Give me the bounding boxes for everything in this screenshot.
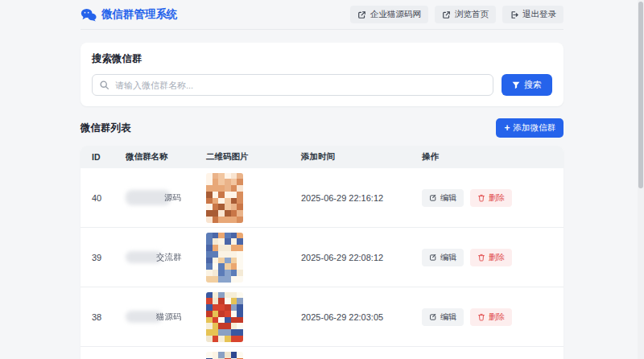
pencil-square-icon [429, 194, 437, 202]
cell-id: 40 [92, 193, 126, 203]
table-row: 38 猫源码 2025-06-29 22:03:05 编辑 [80, 287, 564, 347]
cell-id: 39 [92, 253, 126, 262]
cell-qrcode [206, 173, 301, 223]
link-label: 企业猫源码网 [370, 9, 421, 20]
cell-actions: 编辑 删除 [422, 189, 552, 207]
cell-actions: 编辑 删除 [422, 249, 552, 266]
scrollbar-thumb[interactable] [638, 2, 643, 188]
edit-button[interactable]: 编辑 [422, 249, 464, 266]
funnel-filter-icon [512, 81, 520, 89]
table-row: 40 源码 2025-06-29 22:16:12 编辑 [80, 168, 564, 228]
app-title: 微信群管理系统 [101, 7, 178, 22]
pencil-square-icon [429, 254, 437, 262]
cell-id: 38 [92, 312, 126, 322]
add-group-label: 添加微信群 [514, 122, 556, 134]
cell-group-name: 交流群 [126, 251, 206, 263]
link-homepage-button[interactable]: 浏览首页 [435, 6, 496, 23]
cell-group-name: 源码 [126, 190, 206, 205]
cell-qrcode [206, 292, 301, 342]
external-link-icon [442, 10, 451, 19]
main-content: 搜索微信群 搜索 微信群列表 [80, 43, 564, 359]
add-group-button[interactable]: + 添加微信群 [496, 118, 564, 138]
group-name-text: 猫源码 [156, 312, 182, 323]
plus-icon: + [504, 123, 510, 133]
cell-qrcode [206, 352, 301, 359]
pencil-square-icon [429, 313, 437, 321]
delete-label: 删除 [489, 252, 505, 263]
group-name-text: 源码 [164, 192, 181, 204]
cell-qrcode [206, 233, 301, 283]
search-input-wrap [92, 74, 493, 96]
qr-image [206, 233, 243, 283]
logout-icon [510, 10, 518, 19]
delete-label: 删除 [489, 192, 505, 204]
table-row: 39 交流群 2025-06-29 22:08:12 编辑 [80, 228, 564, 287]
edit-button[interactable]: 编辑 [422, 189, 464, 207]
scrollbar[interactable] [638, 0, 644, 359]
delete-label: 删除 [489, 312, 505, 323]
group-name-text: 交流群 [156, 252, 182, 263]
col-id: ID [92, 152, 126, 162]
cell-group-name: 猫源码 [126, 311, 206, 323]
trash-icon [477, 254, 485, 262]
edit-label: 编辑 [440, 192, 456, 204]
brand: 微信群管理系统 [80, 7, 178, 22]
delete-button[interactable]: 删除 [470, 189, 512, 207]
trash-icon [477, 194, 485, 202]
search-button-label: 搜索 [524, 79, 542, 91]
edit-label: 编辑 [440, 312, 456, 323]
link-source-site-button[interactable]: 企业猫源码网 [350, 6, 428, 23]
search-button[interactable]: 搜索 [502, 74, 552, 96]
search-title: 搜索微信群 [92, 52, 552, 66]
qr-image [206, 292, 243, 342]
search-card: 搜索微信群 搜索 [80, 43, 564, 106]
col-name: 微信群名称 [126, 151, 206, 163]
edit-button[interactable]: 编辑 [422, 308, 464, 326]
link-label: 退出登录 [522, 9, 556, 20]
logout-button[interactable]: 退出登录 [502, 6, 564, 23]
group-table: ID 微信群名称 二维码图片 添加时间 操作 40 源码 2025-06-29 … [80, 146, 564, 359]
qr-image [206, 352, 243, 359]
cell-added-time: 2025-06-29 22:16:12 [301, 193, 422, 203]
list-title: 微信群列表 [80, 122, 131, 135]
delete-button[interactable]: 删除 [470, 249, 512, 266]
cell-added-time: 2025-06-29 22:08:12 [301, 253, 422, 262]
col-qrcode: 二维码图片 [206, 151, 301, 163]
qr-image [206, 173, 243, 223]
delete-button[interactable]: 删除 [470, 308, 512, 326]
col-actions: 操作 [422, 151, 552, 163]
external-link-icon [357, 10, 366, 19]
wechat-bubbles-icon [80, 8, 97, 22]
table-row: 37 讨论群 2025-06-29 22:02:48 编辑 [80, 347, 564, 359]
col-added-time: 添加时间 [301, 151, 422, 163]
top-header: 微信群管理系统 企业猫源码网 浏览首页 [0, 0, 644, 30]
header-nav: 企业猫源码网 浏览首页 退出登录 [350, 6, 564, 23]
search-input[interactable] [92, 74, 493, 96]
edit-label: 编辑 [440, 252, 456, 263]
cell-actions: 编辑 删除 [422, 308, 552, 326]
trash-icon [477, 313, 485, 321]
table-header-row: ID 微信群名称 二维码图片 添加时间 操作 [80, 146, 564, 168]
cell-added-time: 2025-06-29 22:03:05 [301, 312, 422, 322]
link-label: 浏览首页 [455, 9, 489, 20]
